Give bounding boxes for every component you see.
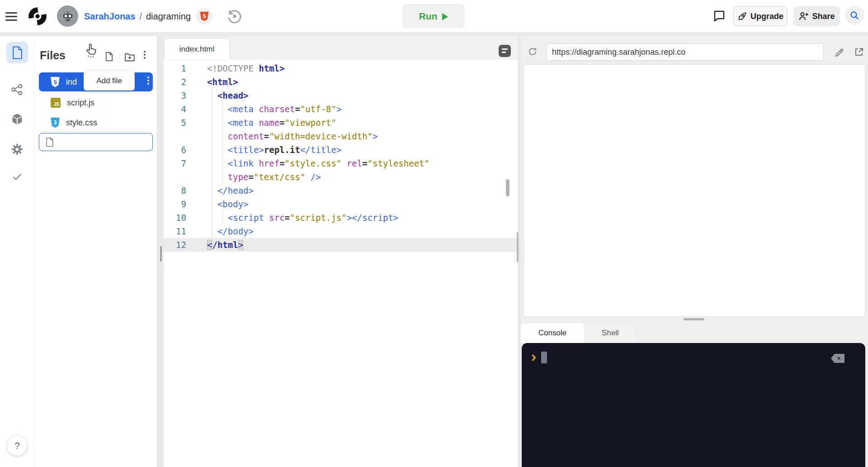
blank-file-icon [46, 137, 54, 147]
line-number: 10 [164, 211, 186, 224]
run-button[interactable]: Run [402, 4, 465, 28]
css3-file-icon: 3 [51, 118, 60, 128]
editor-shortcuts-icon[interactable] [499, 45, 511, 57]
share-button[interactable]: Share [793, 6, 840, 26]
code-line: type="text/css" /> [164, 170, 518, 184]
html5-icon: 5 [200, 12, 209, 21]
checkmark-icon [11, 171, 24, 182]
console-resize-handle[interactable] [684, 318, 704, 320]
add-folder-icon [124, 52, 135, 62]
open-in-new-tab-icon[interactable] [854, 47, 864, 57]
file-label: script.js [67, 98, 94, 108]
new-file-name-input[interactable] [39, 133, 153, 151]
editor-scrollbar-thumb[interactable] [506, 179, 509, 196]
code-line: 3<head> [164, 89, 518, 102]
add-file-button[interactable] [104, 51, 114, 64]
code-lines: 1<!DOCTYPE html>2<html>3<head>4<meta cha… [164, 62, 518, 252]
file-label: style.css [66, 118, 97, 128]
tab-index-html[interactable]: index.html [165, 39, 229, 60]
file-label: ind [66, 77, 77, 87]
add-folder-button[interactable] [124, 52, 135, 64]
code-line: 8</head> [164, 184, 518, 197]
line-number [164, 129, 186, 143]
code-line: 11</body> [164, 224, 518, 238]
hamburger-menu-icon[interactable] [5, 10, 18, 22]
tab-shell[interactable]: Shell [585, 323, 636, 343]
code-line: 1<!DOCTYPE html> [164, 62, 518, 75]
file-icon [12, 46, 23, 59]
invite-person-icon [798, 11, 809, 22]
editor-preview-resize-handle[interactable] [517, 232, 519, 262]
add-file-icon [104, 51, 114, 62]
user-avatar[interactable] [57, 5, 78, 27]
side-rail: ? [0, 36, 34, 467]
history-icon[interactable] [226, 8, 243, 25]
clear-console-icon[interactable]: × [831, 354, 844, 363]
line-number: 8 [164, 184, 186, 197]
rail-settings-button[interactable] [6, 138, 28, 160]
line-number: 5 [164, 116, 186, 129]
url-input[interactable] [546, 43, 824, 61]
rail-files-button[interactable] [6, 42, 28, 63]
line-number: 4 [164, 102, 186, 116]
web-preview [524, 64, 865, 317]
replit-logo-icon[interactable] [27, 6, 48, 27]
share-label: Share [812, 12, 835, 21]
rail-packages-button[interactable] [6, 108, 28, 130]
robot-avatar-icon [61, 10, 75, 23]
code-editor-pane[interactable]: index.html 1<!DOCTYPE html>2<html>3<head… [164, 36, 518, 467]
editor-tab-strip: index.html [164, 36, 518, 60]
language-badge-html5: 5 [196, 8, 212, 24]
rail-version-control-button[interactable] [6, 79, 28, 100]
edit-url-pencil-icon[interactable] [834, 47, 845, 58]
file-options-kebab-icon[interactable] [147, 76, 149, 85]
code-line: 10<script src="script.js"></script> [164, 211, 518, 224]
line-number: 11 [164, 224, 186, 238]
upgrade-button[interactable]: Upgrade [733, 6, 788, 26]
files-panel-title: Files [40, 49, 66, 62]
breadcrumb-project-name[interactable]: diagraming [146, 11, 191, 22]
share-nodes-icon [11, 83, 24, 96]
code-line: 7<link href="style.css" rel="stylesheet" [164, 157, 518, 170]
toolbar-divider [119, 52, 120, 60]
rail-checks-button[interactable] [6, 166, 28, 187]
line-number: 12 [164, 238, 186, 252]
replit-workspace: SarahJonas / diagraming 5 Run [0, 0, 868, 467]
breadcrumb: SarahJonas / diagraming [84, 0, 191, 33]
breadcrumb-username-link[interactable]: SarahJonas [84, 11, 135, 22]
files-panel: Files [34, 36, 157, 467]
gear-icon [11, 143, 24, 156]
feedback-chat-icon[interactable] [712, 9, 726, 23]
html5-file-icon: 5 [51, 77, 60, 87]
javascript-file-icon: JS [51, 98, 61, 108]
search-icon [849, 10, 860, 21]
line-number [164, 170, 186, 184]
add-file-tooltip: Add file [84, 71, 135, 91]
tab-console[interactable]: Console [521, 323, 584, 343]
rocket-icon [737, 11, 747, 21]
line-number: 2 [164, 75, 186, 89]
upgrade-label: Upgrade [750, 12, 783, 21]
line-number: 7 [164, 157, 186, 170]
file-row-script-js[interactable]: JS script.js [39, 94, 153, 111]
package-cube-icon [11, 113, 24, 125]
search-button[interactable] [845, 6, 864, 25]
preview-console-pane: Console Shell × [521, 36, 868, 467]
files-editor-resize-handle[interactable] [160, 246, 162, 262]
help-button[interactable]: ? [7, 436, 27, 456]
terminal-cursor [541, 352, 547, 363]
file-row-style-css[interactable]: 3 style.css [39, 114, 153, 131]
top-header: SarahJonas / diagraming 5 Run [0, 0, 868, 33]
breadcrumb-separator: / [139, 11, 142, 22]
line-number: 1 [164, 62, 186, 75]
browser-url-bar [521, 36, 868, 64]
run-label: Run [419, 11, 438, 22]
play-icon [442, 13, 448, 20]
console-terminal[interactable]: × [522, 343, 865, 467]
mouse-cursor-hand-icon [85, 43, 99, 60]
line-number: 9 [164, 197, 186, 211]
code-line: 4<meta charset="utf-8"> [164, 102, 518, 116]
files-menu-kebab-icon[interactable] [144, 51, 146, 59]
refresh-icon[interactable] [527, 46, 538, 57]
line-number: 3 [164, 89, 186, 102]
